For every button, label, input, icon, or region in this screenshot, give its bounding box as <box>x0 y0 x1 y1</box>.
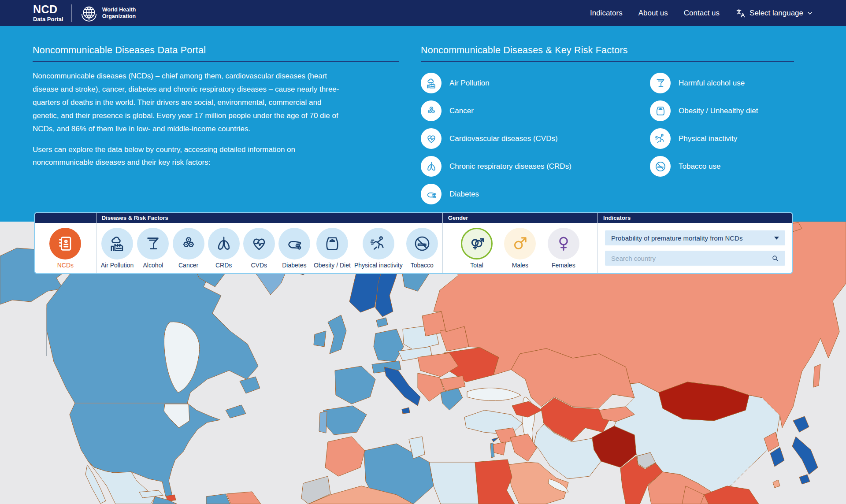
list-item-physical-inactivity[interactable]: Physical inactivity <box>650 125 758 152</box>
indicator-dropdown[interactable]: Probability of premature mortality from … <box>605 230 785 245</box>
section-diseases-risk-factors: Diseases & Risk Factors Air Pollution Al… <box>96 213 442 273</box>
filter-button-label: Obesity / Diet <box>314 262 351 269</box>
gender-button-label: Total <box>470 262 483 269</box>
journal-icon <box>49 228 81 259</box>
brand-area: NCD Data Portal World Health Organizatio… <box>33 4 136 22</box>
top-navbar: NCD Data Portal World Health Organizatio… <box>0 0 846 26</box>
title-underline <box>33 61 399 62</box>
filter-button-label: CRDs <box>215 262 232 269</box>
list-item-label: Cancer <box>449 107 474 115</box>
no-smoking-icon <box>406 228 438 259</box>
ncd-logo-line1: NCD <box>33 4 63 15</box>
page-title: Noncommunicable Diseases Data Portal <box>33 45 399 56</box>
ncd-data-portal-page: NCD Data Portal World Health Organizatio… <box>0 0 846 504</box>
risk-factors-col-1: Air Pollution Cancer Cardiovascular dise… <box>421 69 571 208</box>
nav-link-about-us[interactable]: About us <box>638 9 668 18</box>
hero-section: Noncommunicable Diseases Data Portal Non… <box>0 26 846 222</box>
filter-button-label: NCDs <box>57 262 74 269</box>
list-item-tobacco-use[interactable]: Tobacco use <box>650 152 758 180</box>
lungs-icon <box>208 228 240 259</box>
list-item-cancer[interactable]: Cancer <box>421 97 571 125</box>
search-icon <box>771 254 779 262</box>
list-item-diabetes[interactable]: Diabetes <box>421 180 571 208</box>
section-gender: Gender Total Males Females <box>442 213 597 273</box>
filter-button-label: Tobacco <box>411 262 434 269</box>
filter-button-diabetes[interactable]: Diabetes <box>278 228 310 269</box>
hero-intro-column: Noncommunicable Diseases Data Portal Non… <box>33 45 399 169</box>
cancer-icon <box>421 100 442 121</box>
who-logo[interactable]: World Health Organization <box>80 4 136 22</box>
list-item-label: Cardiovascular diseases (CVDs) <box>449 134 558 143</box>
country-search-input[interactable] <box>611 255 771 262</box>
filter-button-cancer[interactable]: Cancer <box>173 228 204 269</box>
list-item-cvds[interactable]: Cardiovascular diseases (CVDs) <box>421 125 571 152</box>
list-item-label: Physical inactivity <box>679 134 737 143</box>
who-logo-text: World Health Organization <box>102 7 136 20</box>
air-pollution-icon <box>101 228 133 259</box>
no-smoking-icon <box>650 156 671 177</box>
risk-title-underline <box>421 61 794 62</box>
section-ncds: NCDs <box>35 213 96 273</box>
filter-button-air-pollution[interactable]: Air Pollution <box>101 228 134 269</box>
who-emblem-icon <box>80 4 98 22</box>
gender-total-icon <box>461 228 493 259</box>
nav-link-indicators[interactable]: Indicators <box>590 9 623 18</box>
gender-button-males[interactable]: Males <box>504 228 536 269</box>
filter-button-crds[interactable]: CRDs <box>208 228 240 269</box>
section-ncds-header <box>35 213 96 223</box>
intro-paragraph-1: Noncommunicable diseases (NCDs) – chief … <box>33 70 341 136</box>
ncd-logo-line2: Data Portal <box>33 16 63 22</box>
list-item-label: Obesity / Unhealthy diet <box>679 107 758 115</box>
risk-factors-list: Air Pollution Cancer Cardiovascular dise… <box>421 69 794 215</box>
list-item-crds[interactable]: Chronic respiratory diseases (CRDs) <box>421 152 571 180</box>
air-pollution-icon <box>421 73 442 93</box>
diabetes-icon <box>421 184 442 204</box>
cancer-icon <box>173 228 204 259</box>
filter-button-label: CVDs <box>251 262 267 269</box>
gender-button-total[interactable]: Total <box>461 228 493 269</box>
filter-button-label: Physical inactivity <box>354 262 403 269</box>
gender-button-label: Females <box>552 262 575 269</box>
list-item-label: Diabetes <box>449 190 479 199</box>
ncd-logo[interactable]: NCD Data Portal <box>33 4 63 22</box>
filter-panel: NCDs Diseases & Risk Factors Air Polluti… <box>34 212 793 274</box>
nav-link-contact-us[interactable]: Contact us <box>684 9 720 18</box>
filter-button-alcohol[interactable]: Alcohol <box>137 228 169 269</box>
section-indicators-header: Indicators <box>598 213 792 223</box>
filter-button-physical-inactivity[interactable]: Physical inactivity <box>354 228 403 269</box>
nav-links: Indicators About us Contact us Select la… <box>590 8 813 19</box>
martini-icon <box>137 228 169 259</box>
martini-icon <box>650 73 671 93</box>
filter-button-ncds[interactable]: NCDs <box>49 228 81 269</box>
list-item-label: Chronic respiratory diseases (CRDs) <box>449 162 571 171</box>
heart-pulse-icon <box>243 228 275 259</box>
chevron-down-icon <box>807 10 813 16</box>
map-country <box>475 460 515 504</box>
logo-divider <box>71 4 72 22</box>
scale-icon <box>316 228 348 259</box>
filter-button-obesity-diet[interactable]: Obesity / Diet <box>314 228 351 269</box>
caret-down-icon <box>774 237 779 240</box>
filter-button-tobacco[interactable]: Tobacco <box>406 228 438 269</box>
list-item-harmful-alcohol[interactable]: Harmful alcohol use <box>650 69 758 97</box>
who-text-line1: World Health <box>102 7 136 13</box>
risk-factors-title: Noncommunicable Diseases & Key Risk Fact… <box>421 45 794 56</box>
list-item-label: Air Pollution <box>449 79 490 88</box>
section-gender-header: Gender <box>443 213 597 223</box>
language-selector[interactable]: Select language <box>735 8 813 19</box>
filter-button-label: Air Pollution <box>101 262 134 269</box>
filter-button-label: Cancer <box>178 262 198 269</box>
list-item-obesity-diet[interactable]: Obesity / Unhealthy diet <box>650 97 758 125</box>
diabetes-icon <box>278 228 310 259</box>
runner-icon <box>650 128 671 149</box>
filter-button-label: Diabetes <box>282 262 306 269</box>
intro-paragraph-2: Users can explore the data below by coun… <box>33 143 341 170</box>
list-item-label: Harmful alcohol use <box>679 79 745 88</box>
list-item-air-pollution[interactable]: Air Pollution <box>421 69 571 97</box>
runner-icon <box>363 228 394 259</box>
filter-button-cvds[interactable]: CVDs <box>243 228 275 269</box>
indicator-dropdown-value: Probability of premature mortality from … <box>611 234 742 242</box>
male-icon <box>504 228 536 259</box>
language-label: Select language <box>750 9 803 18</box>
gender-button-females[interactable]: Females <box>548 228 579 269</box>
